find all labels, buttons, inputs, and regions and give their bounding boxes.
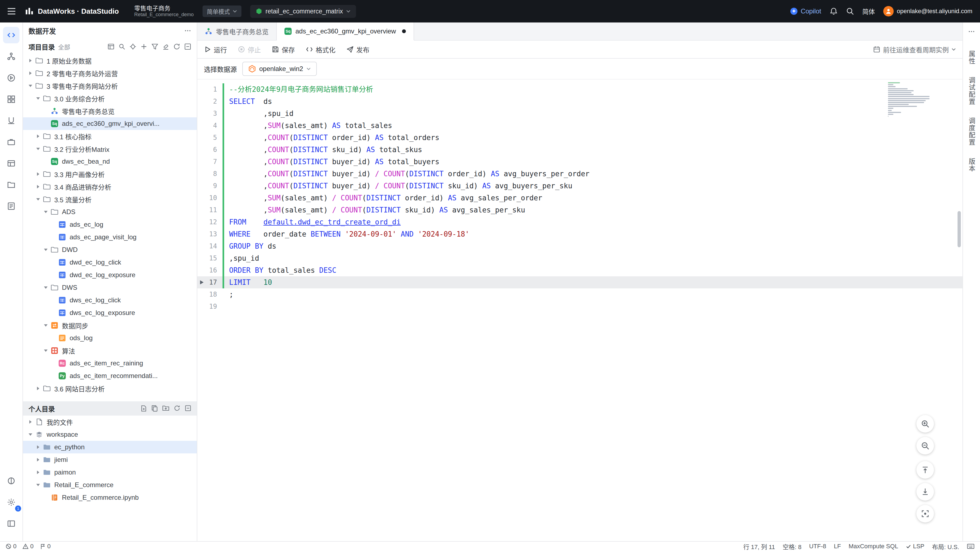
locate-icon[interactable]: [129, 43, 137, 50]
code-line-9[interactable]: 9 ,COUNT(DISTINCT buyer_id) / COUNT(DIST…: [197, 180, 963, 192]
tree-item-dws-ec-bea-nd[interactable]: Sqdws_ec_bea_nd: [23, 155, 197, 168]
code-line-19[interactable]: 19: [197, 301, 963, 312]
refresh-icon[interactable]: [173, 43, 180, 50]
project-switcher[interactable]: 零售电子商务 Retail_E_commerce_demo: [134, 5, 194, 18]
theme-icon[interactable]: [3, 473, 19, 489]
chevron-open-icon[interactable]: [41, 285, 50, 290]
chevron-open-icon[interactable]: [26, 432, 35, 437]
code-line-7[interactable]: 7 ,COUNT(DISTINCT buyer_id) AS total_buy…: [197, 156, 963, 168]
code-line-14[interactable]: 14GROUP BY ds: [197, 240, 963, 252]
code-line-2[interactable]: 2SELECT ds: [197, 96, 963, 107]
tree-item-item[interactable]: 数据同步: [23, 319, 197, 332]
ops-center-icon[interactable]: [3, 70, 19, 86]
format-button[interactable]: 格式化: [306, 45, 336, 54]
chevron-closed-icon[interactable]: [26, 419, 35, 424]
collapse-all-icon[interactable]: [185, 405, 191, 412]
chevron-open-icon[interactable]: [34, 147, 42, 151]
chevron-closed-icon[interactable]: [34, 470, 42, 475]
tree-item-3-1[interactable]: 3.1 核心指标: [23, 130, 197, 143]
chevron-closed-icon[interactable]: [34, 386, 42, 391]
zoom-in-button[interactable]: [916, 415, 934, 433]
right-panel-tab-item[interactable]: 调度配置: [967, 117, 977, 146]
tree-item-ads-ec-item-rec-raining[interactable]: Rcads_ec_item_rec_raining: [23, 357, 197, 369]
center-focus-button[interactable]: [916, 505, 934, 522]
publish-button[interactable]: 发布: [347, 45, 369, 54]
mode-badge[interactable]: 简单模式: [202, 5, 242, 17]
add-icon[interactable]: [140, 43, 148, 50]
code-line-8[interactable]: 8 ,COUNT(DISTINCT buyer_id) / COUNT(DIST…: [197, 168, 963, 180]
chevron-open-icon[interactable]: [34, 483, 42, 487]
chevron-closed-icon[interactable]: [26, 58, 35, 63]
zoom-out-button[interactable]: [916, 437, 934, 454]
scroll-to-top-button[interactable]: [916, 461, 934, 479]
chevron-closed-icon[interactable]: [34, 444, 42, 449]
tree-item-3-6[interactable]: 3.6 网站日志分析: [23, 382, 197, 395]
search-icon[interactable]: [118, 43, 126, 50]
new-folder-icon[interactable]: [162, 405, 169, 412]
minimap[interactable]: [888, 82, 932, 120]
chevron-open-icon[interactable]: [26, 83, 35, 88]
code-line-3[interactable]: 3 ,spu_id: [197, 107, 963, 119]
tables-icon[interactable]: [3, 155, 19, 172]
tree-item-3-4[interactable]: 3.4 商品进销存分析: [23, 180, 197, 193]
chevron-open-icon[interactable]: [41, 323, 50, 328]
collapse-all-icon[interactable]: [184, 43, 191, 50]
code-line-13[interactable]: 13WHERE order_date BETWEEN '2024-09-01' …: [197, 228, 963, 240]
catalog-filter-all[interactable]: 全部: [58, 42, 70, 51]
code-line-11[interactable]: 11 ,SUM(sales_amt) / COUNT(DISTINCT sku_…: [197, 204, 963, 216]
notifications-button[interactable]: [830, 7, 838, 15]
workspace-selector[interactable]: retail_ec_commerce_matrix: [250, 5, 356, 18]
tree-item-dws-ec-log-exposure[interactable]: dws_ec_log_exposure: [23, 306, 197, 319]
data-studio-icon[interactable]: [3, 27, 19, 43]
tree-item-1[interactable]: 1 原始业务数据: [23, 54, 197, 67]
tree-item-item[interactable]: 我的文件: [23, 416, 197, 428]
tree-item-ads[interactable]: ADS: [23, 205, 197, 218]
tree-item-retail-e-commerce[interactable]: Retail_E_commerce: [23, 479, 197, 491]
scrollbar-thumb[interactable]: [958, 211, 961, 247]
chevron-closed-icon[interactable]: [26, 71, 35, 76]
language-switch[interactable]: 简体: [862, 6, 875, 16]
copy-icon[interactable]: [151, 405, 158, 412]
datasource-select[interactable]: openlake_win2: [242, 62, 317, 76]
scroll-to-bottom-button[interactable]: [916, 483, 934, 500]
stop-button[interactable]: 停止: [238, 45, 261, 54]
right-panel-tab-item[interactable]: 属性: [967, 51, 977, 65]
goto-ops-link[interactable]: 前往运维查看周期实例: [873, 45, 956, 54]
code-line-15[interactable]: 15,spu_id: [197, 252, 963, 264]
code-line-6[interactable]: 6 ,COUNT(DISTINCT sku_id) AS total_skus: [197, 143, 963, 156]
assets-icon[interactable]: [3, 134, 19, 150]
chevron-closed-icon[interactable]: [34, 134, 42, 139]
tab-sql-file[interactable]: Sq ads_ec_ec360_gmv_kpi_overview: [277, 22, 414, 41]
chevron-open-icon[interactable]: [34, 96, 42, 101]
tree-item-workspace[interactable]: workspace: [23, 428, 197, 441]
run-button[interactable]: 运行: [204, 45, 227, 54]
code-line-5[interactable]: 5 ,COUNT(DISTINCT order_id) AS total_ord…: [197, 132, 963, 143]
tree-item-jiemi[interactable]: jiemi: [23, 454, 197, 466]
tree-item-3[interactable]: 3 零售电子商务网站分析: [23, 80, 197, 92]
tree-item-3-2-matrix[interactable]: 3.2 行业分析Matrix: [23, 143, 197, 155]
board-icon[interactable]: [107, 43, 115, 50]
tree-item-ads-ec-page-visit-log[interactable]: ads_ec_page_visit_log: [23, 231, 197, 244]
chevron-open-icon[interactable]: [41, 209, 50, 214]
right-panel-tab-item[interactable]: 版本: [967, 158, 977, 172]
tree-item-retail-e-commerce-ipynb[interactable]: Retail_E_commerce.ipynb: [23, 491, 197, 504]
chevron-closed-icon[interactable]: [34, 457, 42, 462]
copilot-button[interactable]: Copilot: [790, 7, 821, 15]
tree-item-item[interactable]: 算法: [23, 344, 197, 357]
code-line-18[interactable]: 18;: [197, 288, 963, 301]
chevron-closed-icon[interactable]: [34, 184, 42, 189]
run-line-icon[interactable]: [199, 280, 204, 285]
code-line-10[interactable]: 10 ,SUM(sales_amt) / COUNT(DISTINCT orde…: [197, 192, 963, 204]
layout-panel-icon[interactable]: [3, 515, 19, 532]
tree-item-item[interactable]: 零售电子商务总览: [23, 105, 197, 117]
code-line-1[interactable]: 1--分析2024年9月电子商务网站销售订单分析: [197, 83, 963, 96]
code-line-16[interactable]: 16ORDER BY total_sales DESC: [197, 264, 963, 276]
resource-icon[interactable]: [3, 112, 19, 129]
tree-item-ods-log[interactable]: ods_log: [23, 332, 197, 344]
keyboard-icon[interactable]: [967, 543, 975, 549]
tree-item-ads-ec-ec360-gmv-kpi-overvi[interactable]: Sqads_ec_ec360_gmv_kpi_overvi...: [23, 117, 197, 130]
files-icon[interactable]: [3, 177, 19, 193]
search-button[interactable]: [846, 7, 854, 15]
tasks-icon[interactable]: [3, 198, 19, 214]
tree-item-2[interactable]: 2 零售电子商务站外运营: [23, 67, 197, 80]
